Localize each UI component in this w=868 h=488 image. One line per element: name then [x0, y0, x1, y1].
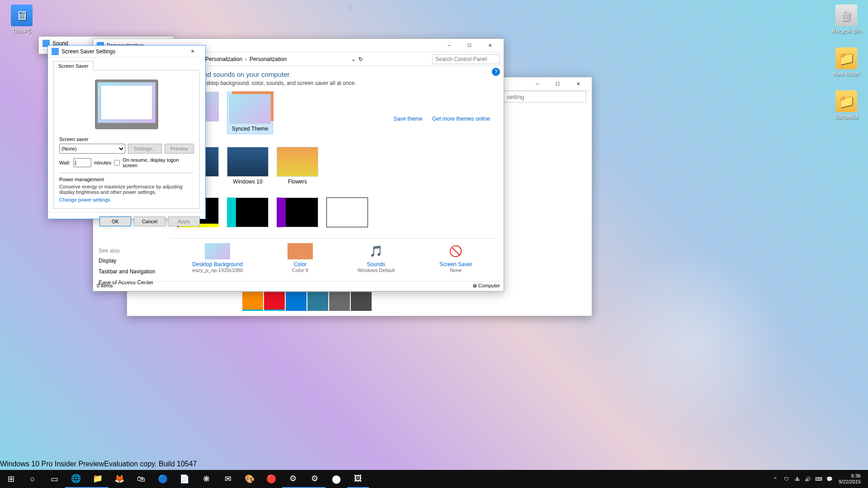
theme-item-high-contrast[interactable] — [326, 197, 368, 229]
theme-thumbnail — [326, 197, 368, 227]
icon-label: New folder — [829, 71, 863, 77]
get-more-themes-link[interactable]: Get more themes online — [432, 116, 490, 122]
section-header: Themes (3) — [177, 138, 496, 144]
color-button[interactable]: Color Color 9 — [288, 243, 313, 273]
monitor-icon — [52, 48, 59, 55]
color-swatch[interactable] — [286, 292, 307, 311]
breadcrumb-item[interactable]: Personalization — [250, 56, 287, 62]
wait-minutes-input[interactable] — [73, 158, 91, 167]
taskbar[interactable]: ⊞ ○ ▭ 🌐 📁 🦊 🛍 🔵 📄 ❋ ✉ 🎨 🔴 ⚙ ⚙ ⬤ 🖼 ^ 🛡 🖧 … — [0, 470, 868, 488]
theme-item-high-contrast[interactable] — [277, 197, 318, 229]
theme-item-high-contrast[interactable] — [227, 197, 269, 229]
task-view-button[interactable]: ▭ — [43, 470, 65, 488]
mouse-cursor: ↖ — [347, 3, 353, 11]
titlebar[interactable]: Screen Saver Settings ✕ — [48, 46, 205, 57]
theme-item-windows10[interactable]: Windows 10 — [227, 147, 269, 185]
cortana-search-button[interactable]: ○ — [22, 470, 43, 488]
taskbar-app-explorer[interactable]: 📁 — [87, 470, 108, 488]
close-button[interactable]: ✕ — [184, 45, 202, 58]
taskbar-app-chrome[interactable]: 🔴 — [260, 470, 282, 488]
maximize-button[interactable]: ☐ — [547, 78, 568, 90]
status-bar: 0 items 🖥 Computer — [93, 281, 504, 291]
close-button[interactable]: ✕ — [480, 39, 500, 52]
settings-search-input[interactable] — [503, 91, 586, 103]
breadcrumb-item[interactable]: Personalization — [205, 56, 242, 62]
section-header: emes (4) — [177, 188, 496, 195]
control-panel-search-input[interactable] — [432, 54, 500, 64]
footer-value: None — [439, 267, 472, 273]
taskbar-app-store[interactable]: 🛍 — [130, 470, 152, 488]
desktop-icon-new-folder[interactable]: 📁 New folder — [829, 47, 863, 77]
theme-thumbnail — [227, 197, 269, 227]
tab-screen-saver[interactable]: Screen Saver — [53, 61, 94, 70]
color-swatch[interactable] — [329, 292, 350, 311]
sidebar-link-display[interactable]: Display — [99, 258, 165, 264]
settings-button[interactable]: Settings... — [128, 144, 162, 154]
theme-label: Windows 10 — [227, 178, 269, 185]
start-button[interactable]: ⊞ — [0, 470, 22, 488]
color-swatch[interactable] — [351, 292, 372, 311]
recycle-bin-icon: 🗑 — [835, 5, 857, 26]
tray-overflow-icon[interactable]: ^ — [770, 476, 781, 482]
color-swatch[interactable] — [242, 292, 263, 311]
taskbar-app-edge[interactable]: 🌐 — [65, 470, 87, 488]
cancel-button[interactable]: Cancel — [134, 216, 165, 226]
sounds-icon: 🎵 — [363, 243, 389, 259]
page-heading: visuals and sounds on your computer — [177, 70, 496, 78]
footer-title: Screen Saver — [439, 261, 472, 267]
preview-button[interactable]: Preview — [165, 144, 194, 154]
bg-thumbnail — [205, 243, 230, 259]
taskbar-app-mail[interactable]: ✉ — [217, 470, 239, 488]
taskbar-app-firefox[interactable]: 🦊 — [108, 470, 130, 488]
tray-notifications-icon[interactable]: 💬 — [824, 476, 835, 482]
change-power-settings-link[interactable]: Change power settings — [59, 197, 110, 202]
tray-volume-icon[interactable]: 🔊 — [802, 476, 813, 482]
see-also-header: See also — [99, 248, 165, 254]
color-swatch[interactable] — [264, 292, 285, 311]
save-theme-link[interactable]: Save theme — [394, 116, 423, 122]
footer-title: Sounds — [358, 261, 395, 267]
theme-thumbnail — [227, 147, 269, 177]
on-resume-checkbox[interactable] — [114, 160, 120, 166]
theme-thumbnail — [229, 94, 271, 124]
ok-button[interactable]: OK — [99, 216, 131, 226]
tray-network-icon[interactable]: 🖧 — [792, 476, 802, 482]
taskbar-app[interactable]: ❋ — [195, 470, 217, 488]
color-swatch[interactable] — [307, 292, 328, 311]
close-button[interactable]: ✕ — [568, 78, 588, 90]
icon-label: This PC — [5, 28, 39, 34]
screen-saver-button[interactable]: 🚫 Screen Saver None — [439, 243, 472, 273]
screen-saver-settings-dialog[interactable]: Screen Saver Settings ✕ Screen Saver Scr… — [47, 45, 206, 219]
desktop-icon-this-pc[interactable]: 🖥 This PC — [5, 5, 39, 34]
tray-icon[interactable]: 🛡 — [781, 476, 792, 482]
taskbar-app[interactable]: ⚙ — [304, 470, 326, 488]
taskbar-clock[interactable]: 9:36 9/22/2015 — [835, 473, 864, 485]
footer-value: eazy_p_np-868x488 — [192, 267, 243, 273]
taskbar-app[interactable]: ⬤ — [326, 470, 347, 488]
theme-item-flowers[interactable]: Flowers — [277, 147, 318, 185]
taskbar-app-notepad[interactable]: 📄 — [174, 470, 195, 488]
maximize-button[interactable]: ☐ — [459, 39, 480, 52]
desktop-icon-softpedia[interactable]: 📁 Softpedia — [829, 90, 863, 120]
sidebar-link-taskbar[interactable]: Taskbar and Navigation — [99, 268, 165, 275]
on-resume-label: On resume, display logon screen — [123, 157, 194, 168]
theme-item-selected[interactable]: Synced Theme — [227, 92, 273, 134]
footer-title: Color — [288, 261, 313, 267]
refresh-icon[interactable]: ↻ — [359, 56, 363, 62]
sounds-button[interactable]: 🎵 Sounds Windows Default — [358, 243, 395, 273]
taskbar-app-settings[interactable]: ⚙ — [282, 470, 304, 488]
taskbar-app[interactable]: 🎨 — [239, 470, 260, 488]
windows-watermark: Windows 10 Pro Insider Preview Evaluatio… — [0, 460, 868, 468]
dropdown-icon[interactable]: ⌄ — [351, 56, 356, 62]
taskbar-app[interactable]: 🖼 — [347, 470, 369, 488]
minimize-button[interactable]: ─ — [527, 78, 547, 90]
taskbar-app[interactable]: 🔵 — [152, 470, 174, 488]
apply-button[interactable]: Apply — [168, 216, 200, 226]
minimize-button[interactable]: ─ — [439, 39, 459, 52]
desktop-background-button[interactable]: Desktop Background eazy_p_np-868x488 — [192, 243, 243, 273]
tray-keyboard-icon[interactable]: ⌨ — [813, 476, 824, 482]
desktop-icon-recycle-bin[interactable]: 🗑 Recycle Bin — [829, 5, 863, 34]
screensaver-dropdown[interactable]: (None) — [59, 144, 125, 154]
footer-title: Desktop Background — [192, 261, 243, 267]
screensaver-icon: 🚫 — [443, 243, 468, 259]
